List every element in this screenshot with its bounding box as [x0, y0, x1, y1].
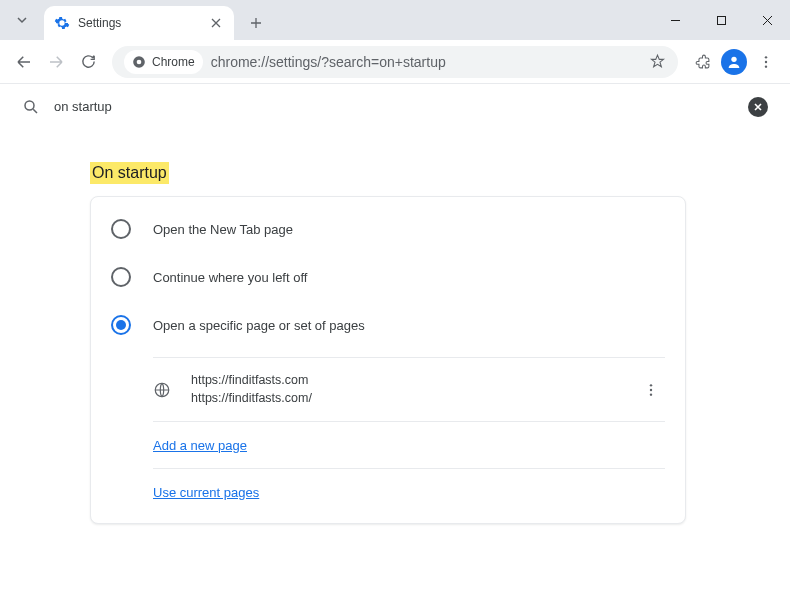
forward-button[interactable] — [40, 46, 72, 78]
minimize-icon — [670, 15, 681, 26]
search-icon — [22, 98, 40, 116]
svg-point-11 — [650, 393, 652, 395]
svg-point-2 — [137, 59, 142, 64]
avatar-icon — [721, 49, 747, 75]
close-icon — [211, 18, 221, 28]
tab-close-button[interactable] — [208, 15, 224, 31]
star-icon — [649, 53, 666, 70]
close-icon — [753, 102, 763, 112]
new-tab-button[interactable] — [242, 9, 270, 37]
settings-content: On startup Open the New Tab page Continu… — [0, 130, 790, 524]
puzzle-icon — [694, 53, 711, 70]
svg-point-5 — [765, 60, 767, 62]
back-button[interactable] — [8, 46, 40, 78]
svg-point-9 — [650, 384, 652, 386]
startup-page-more-button[interactable] — [637, 376, 665, 404]
add-new-page-link[interactable]: Add a new page — [153, 438, 247, 453]
use-current-pages-row: Use current pages — [153, 469, 665, 515]
chrome-logo-icon — [132, 55, 146, 69]
radio-icon — [111, 267, 131, 287]
radio-open-specific-pages[interactable]: Open a specific page or set of pages — [91, 301, 685, 349]
more-vertical-icon — [643, 382, 659, 398]
more-vertical-icon — [758, 54, 774, 70]
chrome-menu-button[interactable] — [750, 46, 782, 78]
startup-page-title: https://finditfasts.com — [191, 372, 637, 390]
chevron-down-icon — [16, 14, 28, 26]
reload-button[interactable] — [72, 46, 104, 78]
svg-point-3 — [731, 56, 736, 61]
arrow-right-icon — [47, 53, 65, 71]
chrome-chip: Chrome — [124, 50, 203, 74]
add-new-page-row: Add a new page — [153, 422, 665, 469]
browser-tab[interactable]: Settings — [44, 6, 234, 40]
clear-search-button[interactable] — [748, 97, 768, 117]
maximize-button[interactable] — [698, 0, 744, 40]
radio-label: Open a specific page or set of pages — [153, 318, 365, 333]
window-controls — [652, 0, 790, 40]
window-titlebar: Settings — [0, 0, 790, 40]
globe-icon — [153, 381, 171, 399]
startup-page-text: https://finditfasts.com https://finditfa… — [191, 372, 637, 407]
svg-point-4 — [765, 56, 767, 58]
close-window-button[interactable] — [744, 0, 790, 40]
svg-point-7 — [25, 101, 34, 110]
svg-rect-0 — [717, 16, 725, 24]
on-startup-card: Open the New Tab page Continue where you… — [90, 196, 686, 524]
radio-continue-where-left-off[interactable]: Continue where you left off — [91, 253, 685, 301]
startup-page-url: https://finditfasts.com/ — [191, 390, 637, 408]
svg-point-6 — [765, 65, 767, 67]
extensions-button[interactable] — [686, 46, 718, 78]
use-current-pages-link[interactable]: Use current pages — [153, 485, 259, 500]
svg-point-10 — [650, 388, 652, 390]
settings-search-row: on startup — [0, 84, 790, 130]
address-bar-row: Chrome chrome://settings/?search=on+star… — [0, 40, 790, 84]
url-text: chrome://settings/?search=on+startup — [211, 54, 641, 70]
tab-search-button[interactable] — [8, 6, 36, 34]
startup-page-row: https://finditfasts.com https://finditfa… — [153, 358, 665, 422]
section-title: On startup — [90, 162, 169, 184]
search-query-text[interactable]: on startup — [54, 99, 748, 114]
radio-icon — [111, 315, 131, 335]
maximize-icon — [716, 15, 727, 26]
profile-button[interactable] — [718, 46, 750, 78]
radio-open-new-tab[interactable]: Open the New Tab page — [91, 205, 685, 253]
radio-label: Open the New Tab page — [153, 222, 293, 237]
close-icon — [762, 15, 773, 26]
bookmark-button[interactable] — [649, 53, 666, 70]
chrome-chip-label: Chrome — [152, 55, 195, 69]
arrow-left-icon — [15, 53, 33, 71]
settings-gear-icon — [54, 15, 70, 31]
minimize-button[interactable] — [652, 0, 698, 40]
radio-label: Continue where you left off — [153, 270, 307, 285]
plus-icon — [250, 17, 262, 29]
startup-pages-subsection: https://finditfasts.com https://finditfa… — [153, 357, 665, 515]
radio-icon — [111, 219, 131, 239]
tab-title: Settings — [78, 16, 208, 30]
omnibox[interactable]: Chrome chrome://settings/?search=on+star… — [112, 46, 678, 78]
reload-icon — [80, 53, 97, 70]
